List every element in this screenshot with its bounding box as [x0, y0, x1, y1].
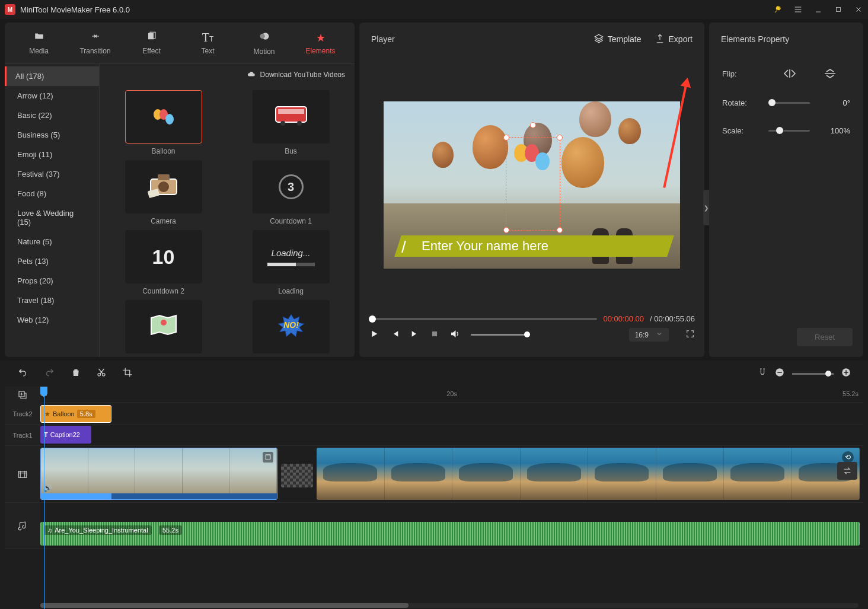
track-row-2: Track2 ★ Balloon 5.8s: [5, 403, 863, 425]
tab-motion[interactable]: Motion: [236, 27, 292, 59]
snap-icon[interactable]: [758, 367, 767, 380]
rotate-value: 0°: [824, 98, 850, 107]
element-card-bus[interactable]: Bus: [239, 90, 343, 155]
element-card-balloon[interactable]: Balloon: [111, 90, 215, 155]
timeline-toolbar: [5, 361, 863, 387]
add-track-button[interactable]: [5, 387, 40, 403]
redo-icon[interactable]: [44, 368, 56, 380]
caption-text: Enter Your name here: [422, 238, 548, 254]
export-button[interactable]: Export: [655, 33, 693, 46]
category-item[interactable]: Festival (37): [5, 164, 99, 184]
track-body[interactable]: ★ Balloon 5.8s: [40, 403, 863, 424]
undo-icon[interactable]: [17, 368, 28, 380]
ruler-tick: 20s: [446, 390, 457, 397]
rotate-handle[interactable]: [530, 122, 536, 128]
seek-bar[interactable]: [369, 318, 597, 320]
element-card-camera[interactable]: Camera: [111, 160, 215, 225]
element-card-no[interactable]: NO!: [239, 300, 343, 353]
tracks-area: 0s 20s 55.2s Track2 ★ Balloon 5.8s: [5, 387, 863, 609]
template-button[interactable]: Template: [593, 33, 642, 46]
element-thumb: 10: [125, 230, 202, 283]
tab-transition[interactable]: Transition: [67, 27, 123, 59]
audio-clip[interactable]: ♫ Are_You_Sleeping_Instrumental 55.2s: [40, 522, 860, 546]
flip-vertical-button[interactable]: [822, 68, 838, 79]
caption-overlay[interactable]: Enter Your name here: [394, 235, 674, 257]
elements-grid: Airplane Baggage Balloon: [100, 85, 355, 357]
bus-icon: [273, 103, 309, 131]
zoom-in-icon[interactable]: [841, 367, 851, 380]
category-item[interactable]: Pets (13): [5, 251, 99, 271]
scale-slider[interactable]: [768, 130, 810, 132]
audio-duration: 55.2s: [159, 525, 182, 535]
timeline-ruler[interactable]: 0s 20s 55.2s: [40, 387, 863, 403]
category-item[interactable]: Nature (5): [5, 232, 99, 251]
category-item[interactable]: Food (8): [5, 184, 99, 203]
rotate-slider[interactable]: [768, 102, 810, 104]
resize-handle[interactable]: [503, 227, 509, 233]
close-icon[interactable]: [854, 5, 863, 14]
element-clip[interactable]: ★ Balloon 5.8s: [40, 405, 111, 423]
category-item[interactable]: Arrow (12): [5, 86, 99, 106]
svg-point-8: [297, 121, 302, 126]
maximize-icon[interactable]: [834, 5, 843, 14]
volume-slider[interactable]: [471, 334, 530, 336]
svg-rect-26: [18, 471, 27, 477]
tab-label: Motion: [253, 47, 275, 56]
split-icon[interactable]: [96, 367, 107, 380]
timeline-scrollbar[interactable]: [40, 603, 859, 608]
delete-icon[interactable]: [71, 367, 81, 380]
category-item[interactable]: Basic (22): [5, 106, 99, 125]
resize-handle[interactable]: [557, 135, 563, 141]
track-body[interactable]: ♫ Are_You_Sleeping_Instrumental 55.2s: [40, 503, 863, 549]
track-body[interactable]: 🔊 ❐ ⟲: [40, 446, 863, 502]
video-clip-2[interactable]: ⟲: [317, 448, 860, 500]
flip-horizontal-button[interactable]: [781, 68, 798, 79]
aspect-ratio-select[interactable]: 16:9: [629, 328, 669, 342]
selection-box[interactable]: [506, 137, 560, 231]
menu-icon[interactable]: [793, 5, 803, 14]
zoom-out-icon[interactable]: [774, 367, 785, 380]
zoom-slider[interactable]: [792, 373, 834, 375]
svg-rect-5: [276, 107, 307, 122]
track-label: Track2: [5, 403, 40, 424]
transition-gap[interactable]: [281, 464, 313, 487]
tab-media[interactable]: Media: [11, 27, 67, 59]
text-clip[interactable]: T Caption22: [40, 426, 91, 444]
category-item[interactable]: All (178): [5, 66, 99, 86]
volume-icon[interactable]: [449, 329, 460, 342]
resize-handle[interactable]: [503, 135, 509, 141]
download-link[interactable]: Download YouTube Videos: [260, 71, 345, 79]
playhead[interactable]: [44, 387, 44, 609]
next-frame-icon[interactable]: [410, 329, 420, 341]
key-icon[interactable]: [773, 5, 783, 14]
element-card-countdown1[interactable]: 3 Countdown 1: [239, 160, 343, 225]
category-item[interactable]: Travel (18): [5, 291, 99, 310]
category-item[interactable]: Props (20): [5, 271, 99, 291]
swap-tracks-button[interactable]: [837, 462, 857, 480]
resize-handle[interactable]: [557, 227, 563, 233]
fullscreen-icon[interactable]: [685, 329, 695, 341]
tab-effect[interactable]: Effect: [123, 27, 180, 59]
tab-text[interactable]: TT Text: [180, 27, 236, 59]
prev-frame-icon[interactable]: [390, 329, 400, 341]
minimize-icon[interactable]: [813, 5, 823, 14]
category-item[interactable]: Web (12): [5, 310, 99, 330]
track-body[interactable]: T Caption22: [40, 425, 863, 445]
svg-rect-0: [837, 8, 841, 12]
category-item[interactable]: Emoji (11): [5, 145, 99, 164]
category-item[interactable]: Business (5): [5, 125, 99, 145]
element-card-map[interactable]: [111, 300, 215, 353]
tab-elements[interactable]: ★ Elements: [292, 27, 349, 59]
collapse-handle[interactable]: ❯: [703, 190, 709, 225]
titlebar: M MiniTool MovieMaker Free 6.0.0: [0, 0, 868, 19]
stop-icon[interactable]: [430, 330, 439, 340]
video-clip-1[interactable]: 🔊 ❐: [40, 448, 277, 500]
element-card-countdown2[interactable]: 10 Countdown 2: [111, 230, 215, 295]
category-item[interactable]: Love & Wedding (15): [5, 203, 99, 232]
element-card-loading[interactable]: Loading... Loading: [239, 230, 343, 295]
player-stage[interactable]: Enter Your name here /: [359, 56, 704, 314]
reset-button[interactable]: Reset: [797, 328, 853, 346]
play-icon[interactable]: [369, 329, 379, 342]
crop-icon[interactable]: [122, 367, 133, 380]
speaker-icon[interactable]: 🔊: [43, 484, 52, 492]
